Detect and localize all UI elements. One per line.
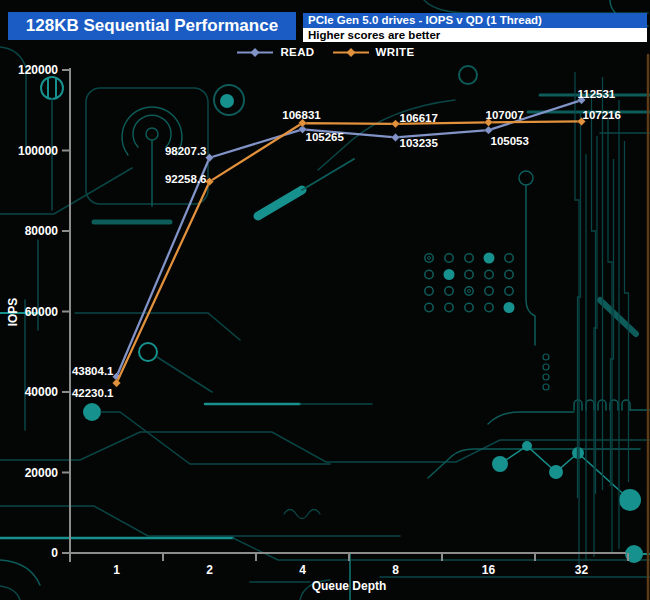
legend-item-write: WRITE: [331, 46, 415, 58]
chart-subtitle-bar: PCIe Gen 5.0 drives - IOPS v QD (1 Threa…: [303, 13, 647, 28]
chart-canvas: 128KB Sequential Performance PCIe Gen 5.…: [0, 0, 650, 600]
chart-note: Higher scores are better: [308, 29, 440, 41]
data-label: 92258.6: [165, 173, 207, 185]
data-label: 43804.1: [72, 365, 114, 377]
legend: READWRITE: [0, 46, 650, 58]
data-label: 106617: [400, 112, 438, 124]
legend-item-read: READ: [235, 46, 314, 58]
y-tick-label: 60000: [25, 305, 59, 319]
chart-subtitle: PCIe Gen 5.0 drives - IOPS v QD (1 Threa…: [308, 14, 542, 26]
chart-title-bar: 128KB Sequential Performance: [8, 12, 296, 40]
chart-note-bar: Higher scores are better: [303, 28, 647, 42]
data-point-marker: [391, 120, 399, 128]
y-tick-label: 80000: [25, 224, 59, 238]
y-tick-label: 100000: [18, 144, 58, 158]
data-label: 112531: [578, 88, 616, 100]
plot-area: 0200004000060000800001000001200001248163…: [0, 0, 650, 600]
data-label: 106831: [282, 109, 321, 121]
x-tick-label: 1: [113, 563, 120, 577]
legend-marker-write-icon: [331, 47, 371, 58]
y-tick-label: 40000: [25, 385, 59, 399]
data-label: 105265: [306, 131, 345, 143]
data-point-marker: [112, 379, 120, 387]
write-data-labels: 42230.192258.6106831106617107007107216: [72, 109, 621, 399]
data-label: 98207.3: [165, 145, 207, 157]
y-tick-label: 20000: [25, 466, 59, 480]
data-point-marker: [205, 154, 213, 162]
y-tick-label: 120000: [18, 63, 58, 77]
read-data-labels: 43804.198207.3105265103235105053112531: [72, 88, 616, 377]
data-label: 42230.1: [72, 387, 114, 399]
chart-header-right: PCIe Gen 5.0 drives - IOPS v QD (1 Threa…: [303, 13, 647, 42]
y-axis-title: IOPS: [6, 298, 20, 327]
legend-label: READ: [280, 46, 314, 58]
write-series: [112, 117, 585, 387]
x-tick-label: 4: [299, 563, 306, 577]
legend-label: WRITE: [376, 46, 415, 58]
chart-title: 128KB Sequential Performance: [26, 16, 278, 36]
y-tick-label: 0: [51, 546, 58, 560]
x-tick-label: 32: [575, 563, 589, 577]
x-tick-label: 8: [392, 563, 399, 577]
x-tick-label: 2: [206, 563, 213, 577]
legend-marker-read-icon: [235, 47, 275, 58]
data-label: 105053: [491, 135, 529, 147]
x-tick-label: 16: [482, 563, 496, 577]
data-point-marker: [484, 126, 492, 134]
data-label: 107216: [583, 109, 621, 121]
data-label: 107007: [486, 109, 524, 121]
x-axis-title: Queue Depth: [312, 579, 387, 593]
data-label: 103235: [400, 137, 439, 149]
data-point-marker: [391, 133, 399, 141]
